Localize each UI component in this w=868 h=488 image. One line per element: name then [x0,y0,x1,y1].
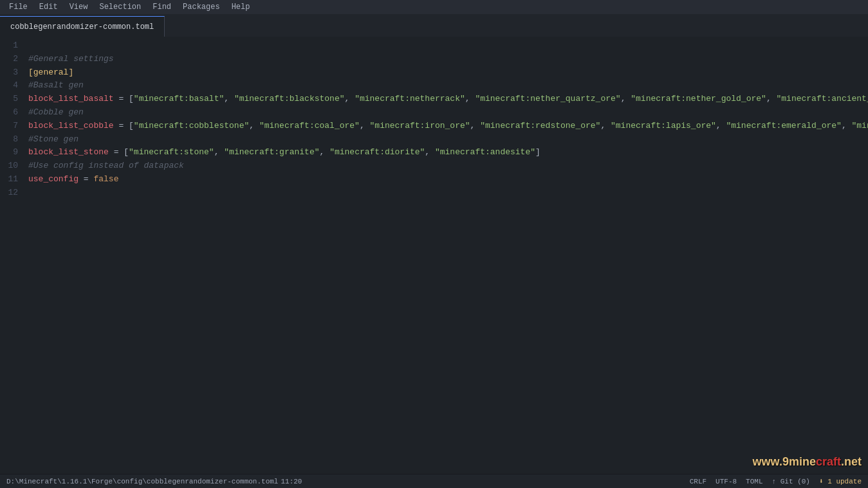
language[interactable]: TOML [746,478,762,485]
token-c-comment: #Cobble gen [28,107,84,117]
code-line: block_list_cobble = ["minecraft:cobblest… [28,120,868,133]
menu-selection[interactable]: Selection [94,1,146,13]
token-c-bracket: ] [535,147,540,157]
line-number: 4 [5,79,18,93]
code-line: [general] [28,66,868,80]
token-c-eq: = [114,94,129,104]
code-line: use_config = false [28,173,868,186]
status-right: CRLF UTF-8 TOML ↑ Git (0) ⬇ 1 update [690,477,862,485]
code-line: #Use config instead of datapack [28,159,868,173]
token-c-bracket: [ [129,121,134,131]
code-line [28,186,868,200]
line-number: 8 [5,133,18,147]
code-line: block_list_basalt = ["minecraft:basalt",… [28,93,868,106]
tab-file[interactable]: cobblegenrandomizer-common.toml [0,16,165,37]
line-number: 3 [5,66,18,80]
token-c-punct: , [360,121,370,131]
line-ending[interactable]: CRLF [690,478,706,485]
token-c-key: block_list_basalt [28,94,114,104]
status-left: D:\Minecraft\1.16.1\Forge\config\cobbleg… [6,478,302,485]
cursor-position: 11:20 [281,478,302,485]
token-c-comment: #General settings [28,54,114,64]
line-number: 6 [5,106,18,120]
token-c-string: "minecraft:coal_ore" [259,121,360,131]
token-c-punct: , [224,94,234,104]
update-icon: ⬇ [819,478,824,485]
token-c-bracket: [ [124,147,129,157]
token-c-string: "minecraft:nether_quartz_ore" [475,94,620,104]
git-icon: ↑ [772,478,777,485]
token-c-comment: #Use config instead of datapack [28,161,184,170]
update-text: 1 update [827,478,862,485]
token-c-comment: #Basalt gen [28,80,84,90]
token-c-punct: , [345,94,355,104]
tab-bar: cobblegenrandomizer-common.toml [0,14,868,37]
token-c-string: "minecraft:basalt" [134,94,224,104]
token-c-eq: = [109,147,124,157]
token-c-punct: , [249,121,259,131]
token-c-comment: #Stone gen [28,134,78,144]
code-line [28,39,868,53]
token-c-key: use_config [28,174,78,184]
menu-edit[interactable]: Edit [34,1,63,13]
token-c-string: "minecraft:redstone_ore" [480,121,600,131]
token-c-punct: , [600,121,611,131]
token-c-key: block_list_stone [28,147,109,157]
token-c-bracket: [ [129,94,134,104]
code-line: #Cobble gen [28,106,868,120]
code-line: #Stone gen [28,133,868,147]
token-c-punct: , [716,121,726,131]
update-label[interactable]: ⬇ 1 update [819,477,862,485]
line-numbers: 123456789101112 [0,37,26,466]
line-number: 10 [5,159,18,173]
scrollbar-area[interactable] [0,466,868,474]
token-c-punct: , [621,94,631,104]
token-c-punct: , [425,147,435,157]
code-line: #Basalt gen [28,79,868,93]
token-c-punct: , [214,147,225,157]
token-c-string: "minecraft:nether_gold_ore" [631,94,766,104]
token-c-string: "minecraft:iron_ore" [370,121,470,131]
token-c-eq: = [114,121,129,131]
token-c-string: "minecraft:blackstone" [234,94,345,104]
token-c-punct: , [465,94,476,104]
token-c-eq: = [78,174,93,184]
token-c-string: "minecraft:andesite" [435,147,535,157]
line-number: 11 [5,173,18,186]
token-c-string: "minecraft:cobblestone" [134,121,249,131]
code-line: #General settings [28,53,868,66]
token-c-string: "minecraft:gold_ore" [852,121,869,131]
token-c-string: "minecraft:emerald_ore" [726,121,841,131]
status-bar: D:\Minecraft\1.16.1\Forge\config\cobbleg… [0,474,868,488]
token-c-punct: , [766,94,777,104]
token-c-string: "minecraft:ancient_debris" [777,94,869,104]
menu-find[interactable]: Find [147,1,176,13]
token-c-string: "minecraft:diorite" [329,147,425,157]
line-number: 1 [5,39,18,53]
line-number: 7 [5,120,18,133]
token-c-section: [general] [28,68,73,77]
code-content[interactable]: #General settings[general] #Basalt gen b… [26,37,868,466]
token-c-string: "minecraft:stone" [129,147,214,157]
line-number: 12 [5,186,18,200]
editor-area: 123456789101112 #General settings[genera… [0,37,868,466]
menu-bar: File Edit View Selection Find Packages H… [0,0,868,14]
code-line: block_list_stone = ["minecraft:stone", "… [28,146,868,159]
token-c-false: false [93,174,118,184]
token-c-key: block_list_cobble [28,121,114,131]
git-label[interactable]: ↑ Git (0) [772,478,810,485]
menu-help[interactable]: Help [226,1,255,13]
token-c-punct: , [470,121,481,131]
line-number: 5 [5,93,18,106]
token-c-punct: , [320,147,330,157]
menu-file[interactable]: File [4,1,33,13]
token-c-string: "minecraft:netherrack" [355,94,465,104]
encoding[interactable]: UTF-8 [716,478,737,485]
token-c-string: "minecraft:granite" [224,147,319,157]
file-path: D:\Minecraft\1.16.1\Forge\config\cobbleg… [6,478,278,485]
token-c-string: "minecraft:lapis_ore" [611,121,716,131]
line-number: 9 [5,146,18,159]
menu-packages[interactable]: Packages [178,1,225,13]
menu-view[interactable]: View [64,1,93,13]
line-number: 2 [5,53,18,66]
